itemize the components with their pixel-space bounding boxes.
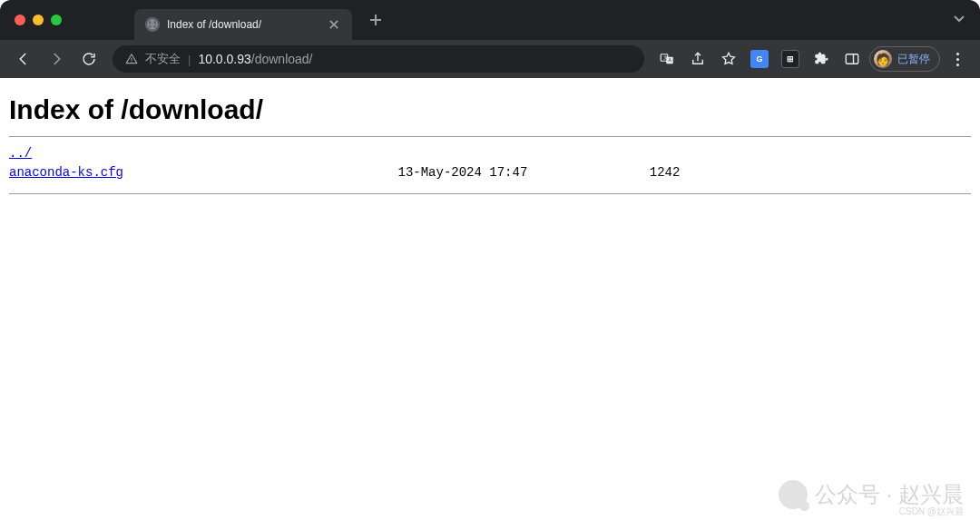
forward-button[interactable] <box>42 44 71 74</box>
insecure-label: 不安全 <box>145 51 181 67</box>
avatar-icon: 🧑 <box>874 50 892 68</box>
separator: | <box>188 53 191 66</box>
share-icon[interactable] <box>684 45 711 73</box>
maximize-window-button[interactable] <box>51 15 62 25</box>
svg-point-1 <box>131 62 132 63</box>
minimize-window-button[interactable] <box>33 15 44 25</box>
profile-status-label: 已暂停 <box>897 52 930 67</box>
globe-icon <box>145 17 160 32</box>
side-panel-icon[interactable] <box>838 45 866 73</box>
reload-button[interactable] <box>74 44 103 74</box>
window-controls <box>15 15 62 25</box>
profile-button[interactable]: 🧑 已暂停 <box>869 46 940 72</box>
divider <box>9 136 971 137</box>
address-bar[interactable]: 不安全 | 10.0.0.93/download/ <box>113 45 644 73</box>
extension-icon[interactable]: ⊞ <box>777 45 804 73</box>
svg-text:A: A <box>669 57 672 63</box>
extensions-puzzle-icon[interactable] <box>808 45 835 73</box>
bookmark-star-icon[interactable] <box>715 45 742 73</box>
file-link[interactable]: anaconda-ks.cfg <box>9 165 123 180</box>
tab-search-button[interactable] <box>953 12 965 28</box>
warning-icon <box>125 53 138 65</box>
url-path: /download/ <box>251 52 313 66</box>
translate-page-icon[interactable]: 文A <box>653 45 681 73</box>
url-text: 10.0.0.93/download/ <box>198 51 312 67</box>
browser-tab[interactable]: Index of /download/ <box>134 9 352 40</box>
toolbar-actions: 文A G ⊞ 🧑 已暂停 <box>653 45 971 73</box>
page-heading: Index of /download/ <box>9 94 971 125</box>
tab-title: Index of /download/ <box>167 18 319 31</box>
new-tab-button[interactable] <box>363 7 388 33</box>
browser-toolbar: 不安全 | 10.0.0.93/download/ 文A G ⊞ <box>0 40 980 78</box>
directory-listing: ../ anaconda-ks.cfg 13-May-2024 17:47 12… <box>9 144 971 182</box>
tab-strip: Index of /download/ <box>0 0 980 40</box>
url-host: 10.0.0.93 <box>198 52 250 66</box>
page-content: Index of /download/ ../ anaconda-ks.cfg … <box>0 78 980 520</box>
back-button[interactable] <box>9 44 38 74</box>
svg-text:文: 文 <box>663 54 668 60</box>
close-window-button[interactable] <box>15 15 25 25</box>
svg-rect-6 <box>846 54 858 64</box>
divider <box>9 193 971 194</box>
kebab-menu-button[interactable] <box>944 45 971 73</box>
watermark-sub: CSDN @赵兴晨 <box>899 505 964 518</box>
browser-window: Index of /download/ 不安全 | 10.0.0.9 <box>0 0 980 520</box>
google-translate-extension-icon[interactable]: G <box>746 45 773 73</box>
file-date: 13-May-2024 17:47 <box>397 165 527 180</box>
parent-directory-link[interactable]: ../ <box>9 146 32 161</box>
close-tab-button[interactable] <box>327 17 341 32</box>
file-size: 1242 <box>650 165 681 180</box>
